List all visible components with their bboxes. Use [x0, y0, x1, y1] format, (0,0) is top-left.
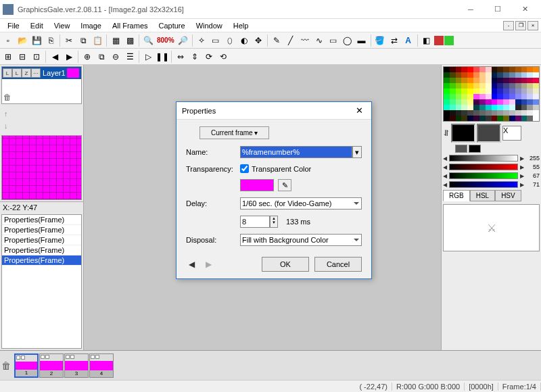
palette-cell[interactable]: [473, 78, 479, 83]
palette-cell[interactable]: [450, 67, 456, 72]
trash-icon[interactable]: 🗑: [3, 93, 11, 102]
menu-allframes[interactable]: All Frames: [108, 21, 153, 30]
g-slider[interactable]: ◀▶ 67: [443, 172, 540, 179]
disposal-select[interactable]: Fill with Background Color: [240, 234, 362, 246]
palette-cell[interactable]: [450, 105, 456, 110]
open-icon[interactable]: 📂: [16, 34, 29, 47]
palette-cell[interactable]: [497, 83, 503, 89]
palette-cell[interactable]: [467, 67, 473, 72]
rotate-icon[interactable]: ⟳: [202, 50, 216, 64]
tab-hsl[interactable]: HSL: [470, 190, 495, 201]
mdi-minimize-button[interactable]: -: [503, 21, 514, 30]
menu-image[interactable]: Image: [76, 21, 106, 30]
menu-capture[interactable]: Capture: [154, 21, 190, 30]
palette-cell[interactable]: [467, 99, 473, 105]
palette-cell[interactable]: [479, 89, 486, 94]
palette-cell[interactable]: [473, 105, 479, 110]
frame-thumb[interactable]: 2: [39, 353, 64, 378]
palette-cell[interactable]: [486, 110, 492, 116]
palette-cell[interactable]: [492, 67, 498, 72]
spline-icon[interactable]: ∿: [312, 34, 326, 47]
palette-cell[interactable]: [533, 99, 539, 105]
onion2-icon[interactable]: ⊟: [16, 50, 29, 64]
palette-cell[interactable]: [527, 72, 533, 78]
palette-cell[interactable]: [473, 72, 479, 78]
palette-cell[interactable]: [533, 89, 539, 94]
palette-cell[interactable]: [509, 99, 515, 105]
zoomin-icon[interactable]: 🔎: [177, 34, 190, 47]
palette-cell[interactable]: [509, 83, 515, 89]
palette-cell[interactable]: [527, 78, 533, 83]
palette-cell[interactable]: [473, 67, 479, 72]
palette-cell[interactable]: [533, 110, 539, 116]
aux-swatch-2[interactable]: [469, 145, 481, 153]
palette-cell[interactable]: [444, 105, 450, 110]
zoom-level[interactable]: 800%: [156, 36, 176, 44]
palette-cell[interactable]: [444, 67, 450, 72]
palette-cell[interactable]: [521, 72, 527, 78]
palette-cell[interactable]: [456, 89, 462, 94]
palette-cell[interactable]: [486, 67, 492, 72]
palette-cell[interactable]: [503, 99, 509, 105]
color-palette[interactable]: [443, 66, 540, 122]
copy-icon[interactable]: ⧉: [76, 34, 90, 47]
palette-cell[interactable]: [486, 78, 492, 83]
palette-cell[interactable]: [461, 94, 467, 99]
transparent-checkbox[interactable]: [240, 164, 249, 173]
palette-cell[interactable]: [515, 110, 521, 116]
palette-cell[interactable]: [450, 83, 456, 89]
palette-cell[interactable]: [467, 72, 473, 78]
fillrect-icon[interactable]: ▬: [355, 34, 369, 47]
palette-cell[interactable]: [473, 99, 479, 105]
layer-alpha-icon[interactable]: Z: [22, 68, 31, 78]
palette-cell[interactable]: [456, 105, 462, 110]
delay-unit-select[interactable]: 1/60 sec. (for Video-Game): [240, 197, 362, 210]
palette-cell[interactable]: [521, 99, 527, 105]
palette-cell[interactable]: [497, 89, 503, 94]
palette-cell[interactable]: [486, 83, 492, 89]
palette-cell[interactable]: [497, 67, 503, 72]
pause-icon[interactable]: ❚❚: [156, 50, 169, 64]
delay-value-field[interactable]: [240, 216, 270, 228]
palette-cell[interactable]: [461, 89, 467, 94]
palette-cell[interactable]: [467, 94, 473, 99]
menu-file[interactable]: File: [3, 21, 24, 30]
right-tri-icon[interactable]: ▶: [520, 155, 524, 162]
palette-cell[interactable]: [509, 78, 515, 83]
palette-cell[interactable]: [497, 110, 503, 116]
palette-cell[interactable]: [503, 72, 509, 78]
palette-cell[interactable]: [521, 67, 527, 72]
history-item[interactable]: Properties(Frame): [2, 245, 81, 255]
palette-cell[interactable]: [527, 116, 533, 121]
palette-cell[interactable]: [497, 72, 503, 78]
palette-cell[interactable]: [479, 83, 486, 89]
palette-cell[interactable]: [444, 94, 450, 99]
history-item[interactable]: Properties(Frame): [2, 235, 81, 245]
palette-cell[interactable]: [461, 99, 467, 105]
bucket-icon[interactable]: 🪣: [373, 34, 387, 47]
palette-cell[interactable]: [521, 83, 527, 89]
tab-hsv[interactable]: HSV: [495, 190, 521, 201]
layer-more-icon[interactable]: ⋯: [31, 68, 41, 78]
next-icon[interactable]: ▶: [62, 50, 76, 64]
maximize-button[interactable]: ☐: [484, 1, 511, 18]
palette-cell[interactable]: [456, 110, 462, 116]
palette-cell[interactable]: [515, 89, 521, 94]
palette-cell[interactable]: [503, 83, 509, 89]
palette-cell[interactable]: [509, 89, 515, 94]
zoomout-icon[interactable]: 🔍: [141, 34, 155, 47]
palette-cell[interactable]: [527, 67, 533, 72]
ok-button[interactable]: OK: [262, 257, 309, 272]
palette-cell[interactable]: [515, 83, 521, 89]
palette-cell[interactable]: [492, 110, 498, 116]
palette-cell[interactable]: [473, 94, 479, 99]
r-slider[interactable]: ◀▶ 55: [443, 164, 540, 170]
palette-cell[interactable]: [461, 116, 467, 121]
current-frame-tab[interactable]: Current frame ▾: [199, 126, 269, 139]
name-field[interactable]: [240, 146, 352, 158]
palette-cell[interactable]: [450, 116, 456, 121]
palette-cell[interactable]: [479, 94, 486, 99]
palette-cell[interactable]: [533, 83, 539, 89]
palette-cell[interactable]: [456, 78, 462, 83]
palette-cell[interactable]: [509, 72, 515, 78]
